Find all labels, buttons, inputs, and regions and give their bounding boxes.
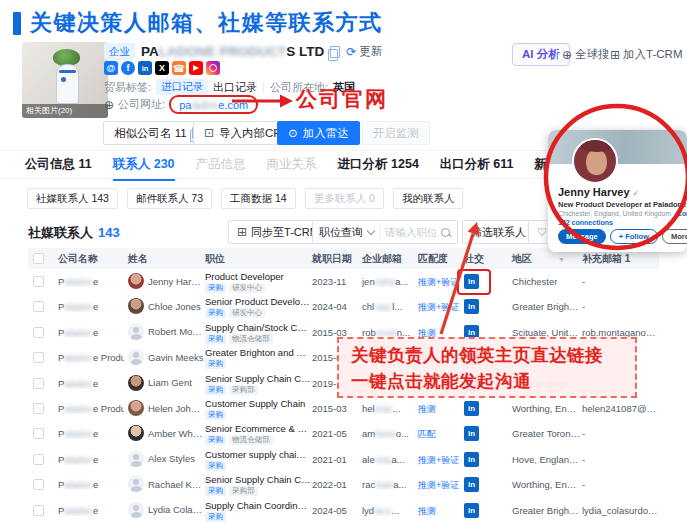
phone-icon[interactable] [172,61,186,75]
row-checkbox[interactable] [33,327,44,338]
company-redacted: aladon [64,301,93,312]
linkedin-icon[interactable] [138,61,152,75]
position-tag: 采购 [205,283,226,293]
cell-match-degree: 推测+验证 [418,454,459,467]
col-company-email: 企业邮箱 [362,248,402,269]
table-row[interactable]: Paladone Lydia Colasurdo Supply Chain Co… [28,498,659,523]
cell-hire-date: 2021-01 [312,454,347,465]
subtab-more-contacts[interactable]: 更多联系人 0 [305,188,384,209]
chevron-down-icon [367,226,375,234]
table-row[interactable]: Paladone Alex Styles Customer supply cha… [28,447,659,473]
contact-avatar [128,502,144,518]
instagram-icon[interactable] [206,61,220,75]
select-all-checkbox[interactable] [33,253,44,264]
website-icon[interactable] [104,61,118,75]
cell-hire-date: 2024-04 [312,301,347,312]
subtab-email-contacts[interactable]: 邮件联系人 73 [127,188,212,209]
linkedin-profile-icon[interactable] [464,477,479,492]
position-query-dropdown[interactable]: 职位查询 [313,221,381,243]
position-tags: 采购采购部 [205,486,311,496]
position-tag: 采购 [205,308,226,318]
contact-info-link[interactable]: Contact info [677,210,687,217]
row-checkbox[interactable] [33,352,44,363]
company-title-row: 企业 PALADONE PRODUCTS LTD ⟳更新 [104,43,382,60]
row-checkbox[interactable] [33,505,44,516]
contact-avatar [128,451,144,467]
start-monitor-button[interactable]: 开启监测 [362,121,430,145]
col-position: 职位 [205,248,225,269]
email-redacted: iaco [374,505,391,516]
linkedin-profile-icon[interactable] [464,274,479,289]
contact-avatar [128,273,144,289]
subtab-social-contacts[interactable]: 社媒联系人 143 [27,188,118,209]
position-tag: 采购 [205,486,226,496]
cell-extra-email: - [582,454,585,465]
row-checkbox[interactable] [33,403,44,414]
subtab-registry-data[interactable]: 工商数据 14 [221,188,296,209]
filter-funnel-icon[interactable]: ▼ [558,249,565,270]
cell-region: Greater Brighton a... [512,505,580,516]
page-title: 关键决策人邮箱、社媒等联系方式 [30,8,383,38]
cell-social [464,503,479,518]
position-tags: 采购研发中心 [205,283,311,293]
table-row[interactable]: Paladone Rachael Kelly Senior Supply Cha… [28,472,659,498]
x-twitter-icon[interactable] [155,61,169,75]
cell-name: Gavin Meeks [128,349,203,365]
subtab-my-contacts[interactable]: 我的联系人 [393,188,464,209]
youtube-icon[interactable] [189,61,203,75]
cell-company: Paladone [58,327,98,338]
follow-button[interactable]: + Follow [610,229,658,244]
row-checkbox[interactable] [33,378,44,389]
search-icon[interactable] [441,228,450,237]
email-redacted: hael [375,479,393,490]
position-tag: 物流仓储部 [229,334,273,344]
more-button[interactable]: More [662,229,687,244]
join-radar-button[interactable]: ⊙加入雷达 [277,121,360,145]
company-redacted: aladon [64,479,93,490]
cell-hire-date: 2024-05 [312,505,347,516]
company-photo[interactable]: 相关图片(20) [22,42,108,118]
import-record-tag[interactable]: 进口记录 [156,79,208,95]
copy-icon[interactable] [330,46,340,58]
linkedin-profile-icon[interactable] [464,503,479,518]
join-tcrm-button[interactable]: ⊞加入T-CRM [610,47,682,62]
position-tags: 采购物流仓储部 [205,334,311,344]
company-name: PALADONE PRODUCTS LTD [141,44,324,59]
row-checkbox[interactable] [33,479,44,490]
message-button[interactable]: Message [558,229,606,244]
cell-extra-email: helen241087@msn... [582,403,658,414]
cell-region: Greater Toronto Area [512,428,580,439]
cell-company: Paladone [58,479,98,490]
position-tags: 采购 [205,461,311,471]
company-website-link[interactable]: paladone.com [169,95,258,114]
row-checkbox[interactable] [33,276,44,287]
cell-region: Worthing, England,... [512,403,580,414]
position-search-input[interactable] [381,226,441,238]
row-checkbox[interactable] [33,454,44,465]
export-record-tag[interactable]: 出口记录 [213,80,257,95]
position-tag: 物流仓储部 [229,435,273,445]
position-tag: 研发中心 [229,308,265,318]
linkedin-profile-icon[interactable] [464,401,479,416]
refresh-button[interactable]: ⟳更新 [346,44,382,59]
table-row[interactable]: Paladone Chloe Jones Senior Product Deve… [28,294,659,320]
cell-social [464,477,479,492]
table-row[interactable]: Paladone Produc... Helen Johnstone Custo… [28,396,659,422]
row-checkbox[interactable] [33,428,44,439]
linkedin-profile-icon[interactable] [464,299,479,314]
position-tag: 采购 [205,435,226,445]
table-row[interactable]: Paladone Jenny Harvey Product Developer采… [28,269,659,295]
radar-icon: ⊙ [288,126,298,140]
contact-avatar [128,375,144,391]
linkedin-profile-icon[interactable] [464,452,479,467]
table-row[interactable]: Paladone Amber Whitty Senior Ecommerce &… [28,421,659,447]
cell-name: Helen Johnstone [128,400,204,416]
row-checkbox[interactable] [33,301,44,312]
cell-position: Supply Chain/Stock Control采购物流仓储部 [205,322,311,344]
cell-position: Senior Supply Chain Coordinator采购采购部 [205,474,311,496]
facebook-icon[interactable] [121,61,135,75]
linkedin-profile-icon[interactable] [464,426,479,441]
cell-company-email: amberwo... [362,428,409,439]
position-tag: 采购部 [229,385,258,395]
cell-name: Robert Monta... [128,324,204,340]
